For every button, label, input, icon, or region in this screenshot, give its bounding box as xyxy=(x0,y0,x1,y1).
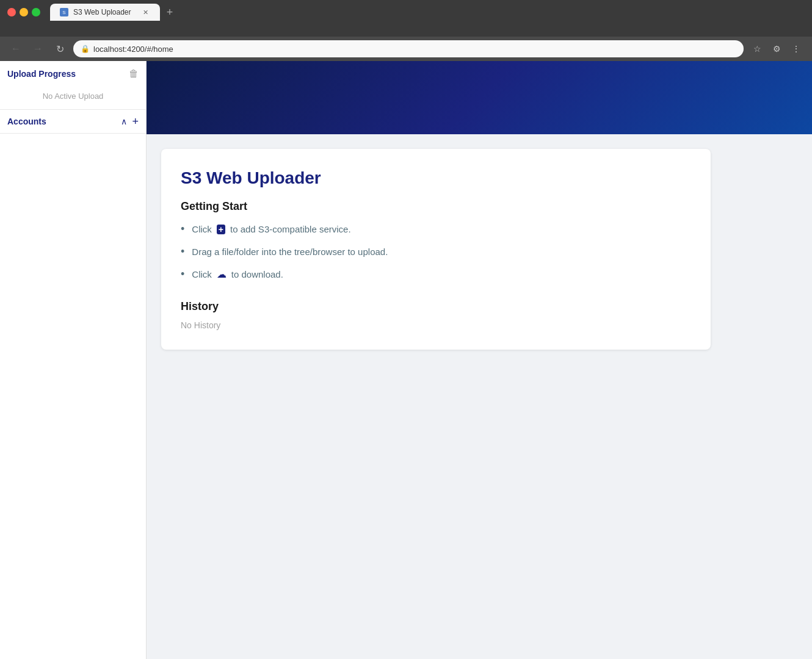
plus-icon: + xyxy=(217,225,225,234)
content-area: S3 Web Uploader Getting Start • Click + … xyxy=(147,134,812,364)
titlebar: S S3 Web Uploader ✕ + xyxy=(0,0,812,22)
cloud-icon: ☁ xyxy=(217,268,227,280)
traffic-lights xyxy=(7,8,40,16)
no-active-upload-label: No Active Upload xyxy=(0,87,146,109)
upload-progress-title: Upload Progress xyxy=(7,69,76,79)
tab-favicon: S xyxy=(60,8,68,16)
close-button[interactable] xyxy=(7,8,16,16)
minimize-button[interactable] xyxy=(20,8,28,16)
secure-icon: 🔒 xyxy=(81,45,90,53)
back-button[interactable]: ← xyxy=(7,40,24,57)
instruction-1-prefix: Click xyxy=(192,224,212,234)
url-text: localhost:4200/#/home xyxy=(93,45,736,54)
tab-bar: S S3 Web Uploader ✕ + xyxy=(45,4,183,21)
accounts-title: Accounts xyxy=(7,117,46,126)
app-title: S3 Web Uploader xyxy=(181,168,691,188)
browser-chrome: S S3 Web Uploader ✕ + xyxy=(0,0,812,37)
accounts-actions: ∧ + xyxy=(121,116,139,127)
active-tab[interactable]: S S3 Web Uploader ✕ xyxy=(50,4,160,21)
accounts-header[interactable]: Accounts ∧ + xyxy=(0,110,146,133)
instruction-item-2: • Drag a file/folder into the tree/brows… xyxy=(181,245,691,258)
bookmark-button[interactable]: ☆ xyxy=(749,40,766,57)
getting-started-title: Getting Start xyxy=(181,200,691,213)
no-history-label: No History xyxy=(181,320,691,330)
app-layout: Upload Progress 🗑 No Active Upload Accou… xyxy=(0,61,812,659)
bullet-3: • xyxy=(181,268,184,281)
instruction-item-1: • Click + to add S3-compatible service. xyxy=(181,223,691,236)
delete-icon[interactable]: 🗑 xyxy=(129,68,139,79)
chevron-up-icon[interactable]: ∧ xyxy=(121,117,127,126)
instructions-list: • Click + to add S3-compatible service. … xyxy=(181,223,691,281)
bullet-2: • xyxy=(181,245,184,258)
browser-toolbar: ← → ↻ 🔒 localhost:4200/#/home ☆ ⚙ ⋮ xyxy=(0,37,812,61)
instruction-3-text: to download. xyxy=(231,269,283,279)
history-title: History xyxy=(181,300,691,313)
menu-button[interactable]: ⋮ xyxy=(788,40,805,57)
tab-title: S3 Web Uploader xyxy=(73,8,136,16)
instruction-item-3: • Click ☁ to download. xyxy=(181,268,691,281)
main-card: S3 Web Uploader Getting Start • Click + … xyxy=(161,149,711,350)
new-tab-button[interactable]: + xyxy=(161,4,178,21)
bullet-1: • xyxy=(181,223,184,236)
instruction-2-text: Drag a file/folder into the tree/browser… xyxy=(192,247,388,257)
instruction-3-prefix: Click xyxy=(192,269,212,279)
instruction-1-text: to add S3-compatible service. xyxy=(230,224,351,234)
url-bar[interactable]: 🔒 localhost:4200/#/home xyxy=(73,40,744,57)
accounts-section: Accounts ∧ + xyxy=(0,110,146,134)
upload-progress-header: Upload Progress 🗑 xyxy=(0,61,146,87)
hero-banner xyxy=(147,61,812,134)
extensions-button[interactable]: ⚙ xyxy=(768,40,785,57)
upload-progress-section: Upload Progress 🗑 No Active Upload xyxy=(0,61,146,110)
browser-actions: ☆ ⚙ ⋮ xyxy=(749,40,805,57)
main-content: S3 Web Uploader Getting Start • Click + … xyxy=(147,61,812,659)
tab-close-button[interactable]: ✕ xyxy=(140,7,150,17)
add-account-button[interactable]: + xyxy=(132,116,139,127)
sidebar: Upload Progress 🗑 No Active Upload Accou… xyxy=(0,61,147,659)
reload-button[interactable]: ↻ xyxy=(51,40,68,57)
forward-button[interactable]: → xyxy=(29,40,46,57)
maximize-button[interactable] xyxy=(32,8,40,16)
